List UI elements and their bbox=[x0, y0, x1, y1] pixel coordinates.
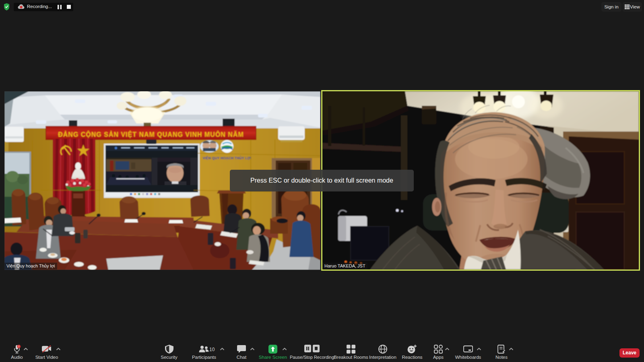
svg-text:VIỆN QUY HOẠCH THỦY LỢI: VIỆN QUY HOẠCH THỦY LỢI bbox=[202, 156, 251, 160]
svg-text:ĐẢNG CỘNG SẢN VIỆT NAM QUANG V: ĐẢNG CỘNG SẢN VIỆT NAM QUANG VINH MUÔN N… bbox=[58, 131, 244, 138]
